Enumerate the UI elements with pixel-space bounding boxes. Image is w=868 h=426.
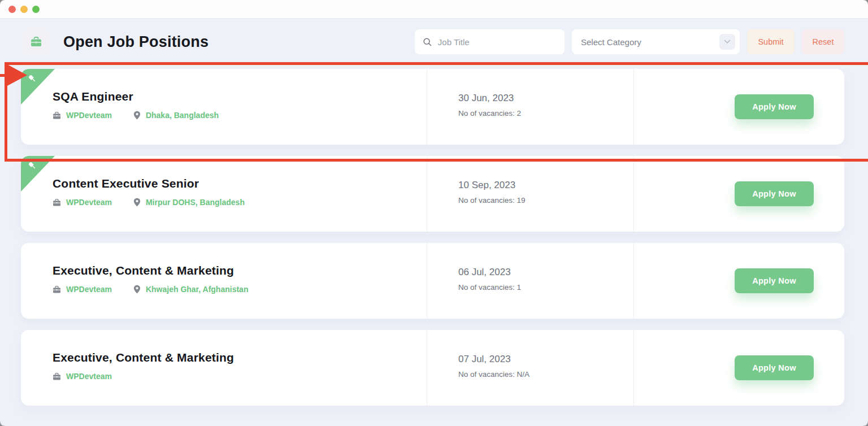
zoom-window-button[interactable] xyxy=(32,6,40,13)
category-select-value: Select Category xyxy=(581,37,641,47)
macos-titlebar xyxy=(0,0,868,19)
job-card: Executive, Content & Marketing WPDevteam… xyxy=(21,330,844,406)
deadline-date: 06 Jul, 2023 xyxy=(458,267,633,278)
job-meta: WPDevteam Dhaka, Bangladesh xyxy=(53,111,427,120)
location-name: Khwajeh Ghar, Afghanistan xyxy=(146,285,249,294)
page-header: Open Job Positions Select Category Submi… xyxy=(23,28,844,55)
apply-now-button[interactable]: Apply Now xyxy=(735,94,814,119)
map-pin-icon xyxy=(133,285,141,294)
action-column: Apply Now xyxy=(634,69,844,145)
job-title: SQA Engineer xyxy=(53,90,427,103)
close-window-button[interactable] xyxy=(8,6,16,13)
company-name: WPDevteam xyxy=(66,111,112,120)
vacancy-count: No of vacancies: N/A xyxy=(458,370,633,379)
company-name: WPDevteam xyxy=(66,198,112,207)
reset-button[interactable]: Reset xyxy=(802,29,844,54)
briefcase-icon xyxy=(53,198,61,207)
deadline-column: 30 Jun, 2023 No of vacancies: 2 xyxy=(427,69,634,145)
deadline-column: 07 Jul, 2023 No of vacancies: N/A xyxy=(427,330,634,406)
apply-now-button[interactable]: Apply Now xyxy=(735,181,814,206)
job-title: Executive, Content & Marketing xyxy=(53,264,427,277)
job-info-column: Executive, Content & Marketing WPDevteam xyxy=(21,330,427,406)
job-company: WPDevteam xyxy=(53,372,112,381)
briefcase-icon xyxy=(53,111,61,120)
map-pin-icon xyxy=(133,198,141,207)
job-location: Dhaka, Bangladesh xyxy=(133,111,219,120)
job-info-column: Content Executive Senior WPDevteam xyxy=(21,156,427,232)
submit-button[interactable]: Submit xyxy=(747,29,795,54)
job-company: WPDevteam xyxy=(53,198,112,207)
briefcase-icon xyxy=(53,372,61,381)
job-location: Mirpur DOHS, Bangladesh xyxy=(133,198,245,207)
deadline-date: 30 Jun, 2023 xyxy=(458,93,633,104)
job-title: Executive, Content & Marketing xyxy=(53,351,427,364)
action-column: Apply Now xyxy=(634,243,844,319)
job-meta: WPDevteam Mirpur DOHS, Bangladesh xyxy=(53,198,427,207)
minimize-window-button[interactable] xyxy=(20,6,28,13)
job-title-search xyxy=(415,29,565,54)
job-info-column: Executive, Content & Marketing WPDevteam xyxy=(21,243,427,319)
deadline-date: 07 Jul, 2023 xyxy=(458,354,633,365)
deadline-date: 10 Sep, 2023 xyxy=(458,180,633,191)
job-meta: WPDevteam Khwajeh Ghar, Afghanistan xyxy=(53,285,427,294)
job-title: Content Executive Senior xyxy=(53,177,427,190)
job-company: WPDevteam xyxy=(53,111,112,120)
category-select[interactable]: Select Category xyxy=(572,29,740,54)
job-location: Khwajeh Ghar, Afghanistan xyxy=(133,285,249,294)
job-card: Content Executive Senior WPDevteam xyxy=(21,156,844,232)
apply-now-button[interactable]: Apply Now xyxy=(735,355,814,380)
action-column: Apply Now xyxy=(634,330,844,406)
briefcase-icon xyxy=(23,28,50,55)
job-company: WPDevteam xyxy=(53,285,112,294)
vacancy-count: No of vacancies: 19 xyxy=(458,196,633,205)
vacancy-count: No of vacancies: 1 xyxy=(458,283,633,292)
company-name: WPDevteam xyxy=(66,372,112,381)
location-name: Dhaka, Bangladesh xyxy=(146,111,219,120)
job-meta: WPDevteam xyxy=(53,372,427,381)
app-window: Open Job Positions Select Category Submi… xyxy=(0,0,868,426)
page-title: Open Job Positions xyxy=(63,33,209,51)
search-input[interactable] xyxy=(438,37,557,47)
briefcase-icon xyxy=(53,285,61,294)
deadline-column: 10 Sep, 2023 No of vacancies: 19 xyxy=(427,156,634,232)
company-name: WPDevteam xyxy=(66,285,112,294)
job-board-page: Open Job Positions Select Category Submi… xyxy=(0,19,868,406)
chevron-down-icon xyxy=(719,34,735,50)
map-pin-icon xyxy=(133,111,141,120)
deadline-column: 06 Jul, 2023 No of vacancies: 1 xyxy=(427,243,634,319)
job-info-column: SQA Engineer WPDevteam D xyxy=(21,69,427,145)
job-list: SQA Engineer WPDevteam D xyxy=(21,69,844,406)
action-column: Apply Now xyxy=(634,156,844,232)
vacancy-count: No of vacancies: 2 xyxy=(458,109,633,118)
job-card: Executive, Content & Marketing WPDevteam xyxy=(21,243,844,319)
apply-now-button[interactable]: Apply Now xyxy=(735,268,814,293)
search-icon xyxy=(423,37,432,47)
location-name: Mirpur DOHS, Bangladesh xyxy=(146,198,245,207)
job-card: SQA Engineer WPDevteam D xyxy=(21,69,844,145)
